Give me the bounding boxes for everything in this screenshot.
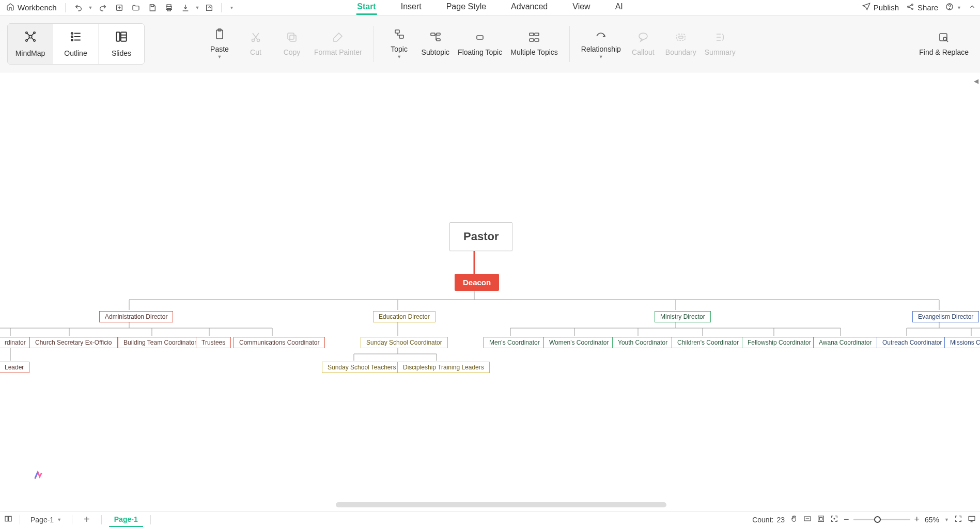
connector-lines: [0, 72, 980, 512]
callout-button[interactable]: Callout: [625, 21, 661, 67]
zoom-in-button[interactable]: +: [914, 514, 920, 525]
share-icon: [906, 3, 914, 12]
zoom-caret[interactable]: ▼: [944, 517, 949, 522]
help-button[interactable]: ▼: [945, 3, 961, 12]
node-youth-coord[interactable]: Youth Coordinator: [612, 337, 673, 348]
node-missions-coord-cut[interactable]: Missions Coo: [944, 337, 980, 348]
collapse-ribbon-button[interactable]: [969, 3, 976, 12]
paste-button[interactable]: Paste ▼: [201, 21, 238, 67]
node-childrens-coord[interactable]: Children's Coordinator: [672, 337, 744, 348]
node-discipleship-leaders[interactable]: Discipleship Training Leaders: [397, 362, 490, 373]
export-caret[interactable]: ▼: [195, 5, 200, 10]
publish-button[interactable]: Publish: [862, 3, 899, 12]
export-button[interactable]: [179, 1, 192, 14]
canvas[interactable]: Pastor Deacon Administration Director Ed…: [0, 72, 980, 512]
format-painter-button[interactable]: Format Painter: [310, 21, 366, 67]
node-womens-coord[interactable]: Women's Coordinator: [543, 337, 614, 348]
app-logo-badge: [33, 469, 44, 481]
page-select[interactable]: Page-1 ▼: [27, 515, 65, 525]
node-evangelism-director[interactable]: Evangelism Director: [912, 311, 979, 322]
tab-insert[interactable]: Insert: [400, 0, 423, 15]
find-replace-button[interactable]: Find & Replace: [915, 21, 973, 67]
svg-rect-73: [9, 516, 11, 521]
chevron-down-icon: ▼: [217, 54, 222, 59]
node-comm-coord[interactable]: Communications Coordinator: [234, 337, 325, 348]
node-fellowship-coord[interactable]: Fellowship Coordinator: [742, 337, 817, 348]
undo-caret[interactable]: ▼: [88, 5, 93, 10]
cut-button[interactable]: Cut: [238, 21, 274, 67]
node-awana-coord[interactable]: Awana Coordinator: [813, 337, 878, 348]
status-bar: Page-1 ▼ + Page-1 Count: 23 − + 65% ▼: [0, 512, 980, 527]
ribbon: MindMap Outline Slides Paste ▼ Cut: [0, 16, 980, 72]
svg-point-16: [71, 39, 72, 41]
tab-ai[interactable]: AI: [614, 0, 624, 15]
node-admin-coord-cut[interactable]: rdinator: [0, 337, 32, 348]
node-ministry-director[interactable]: Ministry Director: [655, 311, 711, 322]
import-button[interactable]: [203, 1, 216, 14]
qat-customize-button[interactable]: ▾: [227, 1, 236, 14]
workbench-label: Workbench: [18, 3, 57, 12]
share-button[interactable]: Share: [906, 3, 938, 12]
chevron-down-icon: ▼: [57, 517, 61, 522]
undo-button[interactable]: [72, 1, 85, 14]
subtopic-button[interactable]: Subtopic: [417, 21, 454, 67]
node-building-team[interactable]: Building Team Coordinator: [118, 337, 202, 348]
multiple-topics-button[interactable]: Multiple Topics: [506, 21, 562, 67]
node-sunday-school-coord[interactable]: Sunday School Coordinator: [361, 337, 448, 348]
topic-button[interactable]: Topic ▼: [381, 21, 417, 67]
node-admin-director[interactable]: Administration Director: [99, 311, 173, 322]
node-trustees[interactable]: Trustees: [196, 337, 231, 348]
fit-page-icon[interactable]: [817, 515, 825, 524]
floating-topic-button[interactable]: Floating Topic: [454, 21, 506, 67]
relationship-button[interactable]: Relationship ▼: [577, 21, 625, 67]
tab-page-style[interactable]: Page Style: [445, 0, 487, 15]
svg-rect-32: [535, 33, 539, 36]
node-deacon[interactable]: Deacon: [455, 274, 499, 291]
copy-button[interactable]: Copy: [274, 21, 310, 67]
topbar-right: Publish Share ▼: [862, 3, 976, 12]
zoom-track[interactable]: [853, 519, 910, 520]
new-button[interactable]: [113, 1, 126, 14]
tab-view[interactable]: View: [571, 0, 591, 15]
page-tab-1[interactable]: Page-1: [109, 513, 143, 527]
view-slides[interactable]: Slides: [99, 24, 144, 64]
fullscreen-icon[interactable]: [954, 515, 962, 524]
view-outline[interactable]: Outline: [53, 24, 99, 64]
boundary-button[interactable]: Boundary: [661, 21, 701, 67]
workbench-button[interactable]: Workbench: [4, 3, 59, 12]
svg-rect-31: [530, 33, 534, 36]
node-leader[interactable]: Leader: [0, 362, 29, 373]
print-button[interactable]: [162, 1, 176, 14]
node-mens-coord[interactable]: Men's Coordinator: [484, 337, 546, 348]
node-church-secretary[interactable]: Church Secretary Ex-Officio: [29, 337, 118, 348]
fit-selection-icon[interactable]: [830, 515, 838, 524]
zoom-slider[interactable]: − +: [844, 514, 920, 525]
multiple-topics-icon: [528, 31, 540, 45]
tab-advanced[interactable]: Advanced: [510, 0, 549, 15]
zoom-percent[interactable]: 65%: [925, 516, 939, 524]
zoom-out-button[interactable]: −: [844, 514, 849, 525]
help-icon: [945, 3, 954, 12]
summary-button[interactable]: Summary: [701, 21, 740, 67]
node-education-director[interactable]: Education Director: [373, 311, 435, 322]
add-page-button[interactable]: +: [80, 514, 94, 525]
node-pastor[interactable]: Pastor: [449, 222, 512, 251]
svg-point-39: [943, 37, 946, 40]
redo-button[interactable]: [96, 1, 110, 14]
view-mindmap[interactable]: MindMap: [8, 24, 53, 64]
copy-label: Copy: [284, 48, 301, 56]
fit-width-icon[interactable]: [803, 515, 812, 524]
separator: [221, 3, 222, 12]
save-button[interactable]: [146, 1, 159, 14]
hand-tool-icon[interactable]: [790, 515, 798, 524]
tab-start[interactable]: Start: [356, 0, 377, 15]
open-button[interactable]: [129, 1, 143, 14]
page-list-icon[interactable]: [4, 515, 12, 524]
svg-rect-26: [399, 35, 403, 38]
node-outreach-coord[interactable]: Outreach Coordinator: [877, 337, 947, 348]
presentation-icon[interactable]: [968, 515, 976, 524]
horizontal-scrollbar[interactable]: [336, 502, 666, 507]
side-panel-toggle[interactable]: ◀: [974, 78, 979, 86]
zoom-knob[interactable]: [874, 516, 881, 523]
node-sunday-school-teachers[interactable]: Sunday School Teachers: [322, 362, 402, 373]
